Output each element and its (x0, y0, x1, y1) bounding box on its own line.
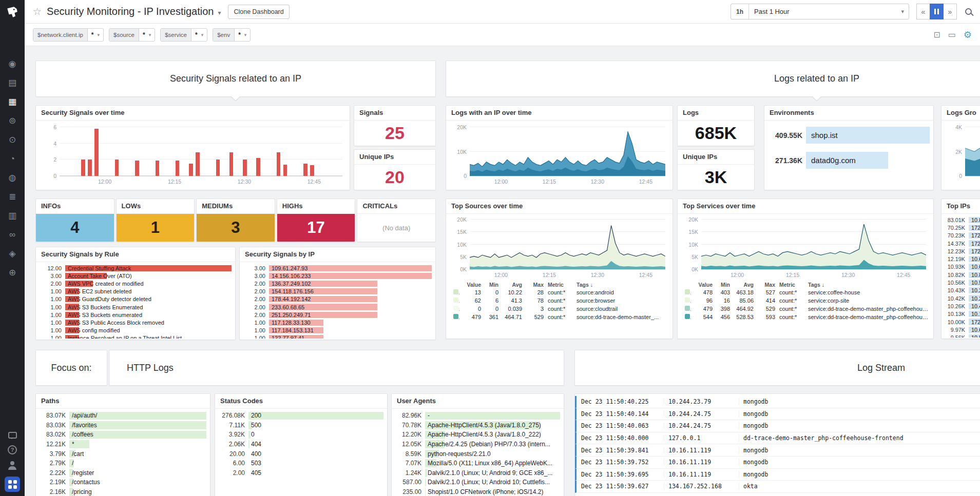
events-icon[interactable]: ▤ (0, 73, 25, 92)
settings-icon[interactable]: ⊕ (0, 263, 25, 282)
watchdog-icon[interactable]: ◉ (0, 54, 25, 73)
gear-icon[interactable]: ⚙ (964, 29, 972, 41)
template-variable[interactable]: $service*▾ (160, 28, 207, 42)
favorite-star-icon[interactable]: ☆ (33, 6, 42, 17)
toplist-row[interactable]: 12.21K* (40, 440, 206, 449)
toplist-row[interactable]: 1.00AWS EC2 subnet deleted (40, 288, 232, 295)
log-stream-row[interactable]: Dec 23 11:50:40.000127.0.0.1dd-trace-dem… (575, 432, 980, 445)
toplist-row[interactable]: 10.13K10.1 (945, 310, 980, 318)
legend-row[interactable]: 961685.06414count:*service:corp-site (683, 296, 930, 305)
top-sources-area-chart[interactable]: 0K5K10K15K20K12:0012:1512:3012:45 (470, 220, 665, 270)
toplist-row[interactable]: 3.92K0 (219, 430, 383, 440)
toplist-row[interactable]: 10.00K172. (945, 318, 980, 326)
toplist-row[interactable]: 1.00AWS S3 Buckets Enumerated (40, 303, 232, 311)
legend-column-header[interactable]: Value (459, 281, 483, 288)
logs-area-chart[interactable]: 010K20K12:0012:1512:3012:45 (470, 127, 665, 176)
legend-column-header[interactable]: Value (691, 281, 715, 288)
log-stream-row[interactable]: Dec 23 11:50:40.14410.244.24.75mongodbwe… (575, 408, 980, 421)
toplist-row[interactable]: 14.37K172. (945, 240, 980, 247)
log-stream-row[interactable]: Dec 23 11:50:40.22510.244.23.79mongodbwe… (575, 396, 980, 408)
toplist-row[interactable]: 70.23K172. (945, 232, 980, 240)
toplist-row[interactable]: 12.19K10.6 (945, 255, 980, 263)
toplist-row[interactable]: 3.79K/cart (40, 449, 206, 459)
toplist-row[interactable]: 12.05KApache/2.4.25 (Debian) PHP/7.0.33 … (395, 440, 560, 449)
toplist-row[interactable]: 10.82K10.8 (945, 271, 980, 279)
time-forward-button[interactable]: » (943, 4, 957, 19)
toplist-row[interactable]: 1.00AWS S3 Buckets enumerated (40, 311, 232, 319)
toplist-row[interactable]: 1.00AWS S3 Public Access Block removed (40, 319, 232, 326)
toplist-row[interactable]: 2.19K/contactus (40, 478, 206, 487)
logs-icon[interactable]: ∞ (0, 225, 25, 244)
toplist-row[interactable]: 587.00Dalvik/2.1.0 (Linux; U; Android 10… (395, 478, 560, 487)
pause-button[interactable] (930, 4, 944, 19)
toplist-row[interactable]: 10.56K10.5 (945, 279, 980, 286)
monitors-icon[interactable]: ⊙ (0, 130, 25, 149)
bar-plot[interactable] (60, 127, 342, 176)
infrastructure-icon[interactable]: ⊚ (0, 111, 25, 130)
toplist-row[interactable]: 2.06K404 (219, 440, 383, 449)
log-stream-row[interactable]: Dec 23 11:50:39.84110.16.11.119mongodbwe… (575, 444, 980, 457)
toplist-row[interactable]: 2.00405 (219, 468, 383, 478)
legend-column-header[interactable]: Max (524, 281, 546, 288)
legend-row[interactable]: 000.0393count:*source:cloudtrail (451, 305, 669, 313)
integrations-icon[interactable]: ◍ (0, 168, 25, 187)
log-stream-row[interactable]: Dec 23 11:50:39.69510.16.11.119mongodbwe… (575, 469, 980, 481)
logs-grouped-area-chart[interactable]: 02K4K12:0012:1512:3012:45 (965, 127, 980, 176)
toplist-row[interactable]: 3.0014.156.106.233 (243, 272, 432, 280)
toplist-row[interactable]: 70.25K172. (945, 224, 980, 231)
legend-row[interactable]: 544456528.53593count:*service:dd-trace-d… (683, 313, 930, 321)
toplist-row[interactable]: 8.59Kpython-requests/2.21.0 (395, 449, 560, 459)
toplist-row[interactable]: 12.20KApache-HttpClient/4.5.3 (Java/1.8.… (395, 430, 560, 440)
toplist-row[interactable]: 409.55Kshop.ist (768, 123, 930, 148)
toplist-row[interactable]: 1.00117.184.153.131 (243, 327, 432, 334)
top-services-area-chart[interactable]: 0K5K10K15K20K12:0012:1512:3012:45 (701, 220, 926, 270)
legend-column-header[interactable]: Avg (501, 281, 524, 288)
template-variable[interactable]: $source*▾ (109, 28, 155, 42)
toplist-row[interactable]: 20.00400 (219, 449, 383, 459)
chat-icon[interactable] (8, 432, 17, 439)
legend-row[interactable]: 479361464.71529count:*source:dd-trace-de… (451, 313, 669, 321)
toplist-row[interactable]: 3.00Account Take Over (ATO) (40, 272, 232, 280)
presentation-mode-icon[interactable]: ⊡ (933, 30, 940, 39)
legend-row[interactable]: 478403463.18527count:*service:coffee-hou… (683, 288, 930, 296)
toplist-row[interactable]: 83.03K/favorites (40, 421, 206, 430)
toplist-row[interactable]: 2.16K/pricing (40, 487, 206, 496)
template-variable[interactable]: $env*▾ (213, 28, 251, 42)
toplist-row[interactable]: 1.00AWS GuardDuty detector deleted (40, 295, 232, 303)
area-plot[interactable] (701, 220, 926, 269)
toplist-row[interactable]: 12.00Credential Stuffing Attack (40, 264, 232, 272)
legend-row[interactable]: 479398464.92529count:*service:dd-trace-d… (683, 305, 930, 313)
toplist-row[interactable]: 2.00AWS VPC created or modified (40, 280, 232, 287)
toplist-row[interactable]: 82.96K- (395, 411, 560, 421)
time-back-button[interactable]: « (916, 4, 930, 19)
legend-column-header[interactable]: Metric (777, 281, 806, 288)
help-icon[interactable]: ? (8, 445, 17, 454)
title-chevron-down-icon[interactable]: ▾ (218, 9, 221, 16)
legend-column-header[interactable]: Avg (732, 281, 756, 288)
toplist-row[interactable]: 10.26K10.4 (945, 302, 980, 310)
metrics-icon[interactable]: ◔ (0, 149, 25, 168)
toplist-row[interactable]: 271.36Kdatad0g.com (768, 148, 930, 173)
severity-value[interactable]: (No data) (357, 214, 435, 242)
search-icon[interactable] (965, 8, 972, 15)
area-plot[interactable] (470, 220, 665, 269)
legend-row[interactable]: 13010.2228count:*source:android (451, 288, 669, 296)
toplist-row[interactable]: 10.42K10.2 (945, 294, 980, 302)
toplist-row[interactable]: 2.79K/ (40, 459, 206, 468)
severity-value[interactable]: 1 (117, 214, 195, 242)
legend-column-header[interactable]: Min (715, 281, 732, 288)
toplist-row[interactable]: 9.97K10.6 (945, 326, 980, 333)
toplist-row[interactable]: 1.00Instance Resolved an IP on a Threat … (40, 334, 232, 339)
apm-icon[interactable]: ≣ (0, 187, 25, 206)
legend-row[interactable]: 62641.378count:*source:browser (451, 296, 669, 305)
toplist-row[interactable]: 83.07K/api/auth/ (40, 411, 206, 421)
area-plot[interactable] (470, 127, 665, 176)
toplist-row[interactable]: 2.22K/register (40, 468, 206, 478)
toplist-row[interactable]: 2.00178.44.192.142 (243, 295, 432, 303)
toplist-row[interactable]: 2.00251.250.249.71 (243, 311, 432, 319)
severity-value[interactable]: 4 (36, 214, 114, 242)
severity-value[interactable]: 17 (277, 214, 355, 242)
tv-mode-icon[interactable]: ▭ (948, 30, 956, 39)
severity-value[interactable]: 3 (197, 214, 275, 242)
legend-column-header[interactable]: Tags ↓ (806, 281, 930, 288)
